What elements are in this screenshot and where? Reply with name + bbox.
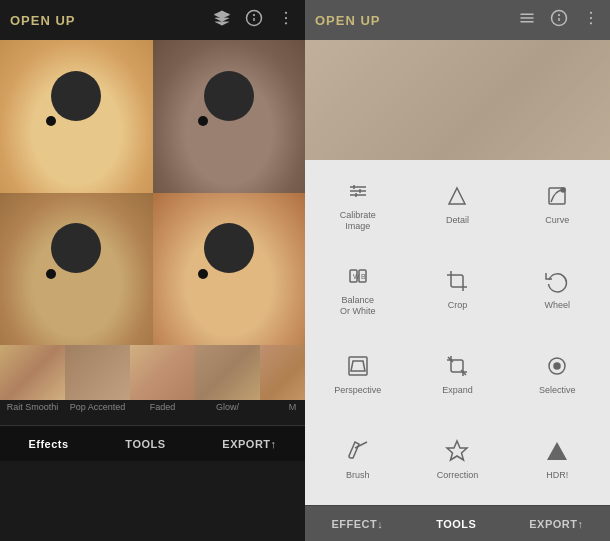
left-tab-export[interactable]: EXPORT↑ <box>214 434 284 454</box>
tool-perspective[interactable]: Perspective <box>309 334 407 417</box>
detail-icon <box>445 184 469 212</box>
right-app-title: OPEN UP <box>315 13 381 28</box>
svg-marker-24 <box>449 188 465 204</box>
svg-marker-36 <box>547 442 567 460</box>
funko-bottom-right <box>153 193 306 346</box>
thumbnail-label: Rait Smoothi <box>0 400 65 415</box>
thumbnail-item[interactable]: Glow/ <box>195 345 260 425</box>
tool-white-balance[interactable]: W B BalanceOr White <box>309 249 407 332</box>
svg-rect-2 <box>215 21 229 23</box>
brush-icon <box>346 439 370 467</box>
tool-wheel[interactable]: Wheel <box>508 249 606 332</box>
svg-point-26 <box>561 188 565 192</box>
detail-label: Detail <box>446 215 469 226</box>
right-tab-export[interactable]: EXPORT↑ <box>521 514 591 534</box>
thumbnail-label: Faded <box>130 400 195 415</box>
left-more-icon[interactable] <box>277 9 295 31</box>
calibrate-icon <box>346 179 370 207</box>
left-layers-icon[interactable] <box>213 9 231 31</box>
right-layers-icon[interactable] <box>518 9 536 31</box>
wheel-icon <box>545 269 569 297</box>
svg-point-8 <box>285 22 287 24</box>
hdr-icon <box>545 439 569 467</box>
expand-label: Expand <box>442 385 473 396</box>
svg-rect-11 <box>520 21 534 23</box>
svg-rect-9 <box>520 14 534 16</box>
thumbnail-item[interactable]: M <box>260 345 305 425</box>
tool-crop[interactable]: Crop <box>409 249 507 332</box>
tool-detail[interactable]: Detail <box>409 164 507 247</box>
white-balance-icon: W B <box>346 264 370 292</box>
thumbnail-label: M <box>260 400 305 415</box>
svg-point-17 <box>590 22 592 24</box>
hdr-label: HDR! <box>546 470 568 481</box>
wheel-label: Wheel <box>544 300 570 311</box>
svg-point-16 <box>590 17 592 19</box>
svg-rect-0 <box>215 14 229 16</box>
right-more-icon[interactable] <box>582 9 600 31</box>
svg-point-35 <box>554 363 560 369</box>
svg-point-6 <box>285 12 287 14</box>
thumbnail-label: Pop Accented <box>65 400 130 415</box>
left-bottom-bar: Effects TOOLS EXPORT↑ <box>0 425 305 461</box>
tool-hdr[interactable]: HDR! <box>508 418 606 501</box>
left-header-icons <box>213 9 295 31</box>
calibrate-label: CalibrateImage <box>340 210 376 232</box>
right-header: OPEN UP <box>305 0 610 40</box>
tool-brush[interactable]: Brush <box>309 418 407 501</box>
svg-point-7 <box>285 17 287 19</box>
right-tab-tools[interactable]: TOOLS <box>428 514 484 534</box>
selective-label: Selective <box>539 385 576 396</box>
crop-label: Crop <box>448 300 468 311</box>
right-info-icon[interactable] <box>550 9 568 31</box>
thumbnail-item[interactable]: Faded <box>130 345 195 425</box>
brush-label: Brush <box>346 470 370 481</box>
right-preview-image <box>305 40 610 160</box>
curve-label: Curve <box>545 215 569 226</box>
left-tab-tools[interactable]: TOOLS <box>117 434 173 454</box>
funko-top-right <box>153 40 306 193</box>
left-app-title: OPEN UP <box>10 13 76 28</box>
expand-icon <box>445 354 469 382</box>
selective-icon <box>545 354 569 382</box>
curve-icon <box>545 184 569 212</box>
tool-calibrate[interactable]: CalibrateImage <box>309 164 407 247</box>
svg-rect-10 <box>520 17 534 19</box>
right-tab-effects[interactable]: EFFECT↓ <box>323 514 391 534</box>
thumbnail-strip: Rait Smoothi Pop Accented Faded Glow/ M <box>0 345 305 425</box>
thumbnail-item[interactable]: Pop Accented <box>65 345 130 425</box>
tool-selective[interactable]: Selective <box>508 334 606 417</box>
perspective-icon <box>346 354 370 382</box>
left-panel: OPEN UP <box>0 0 305 541</box>
tool-expand[interactable]: Expand <box>409 334 507 417</box>
thumbnail-item[interactable]: Rait Smoothi <box>0 345 65 425</box>
tool-curve[interactable]: Curve <box>508 164 606 247</box>
correction-label: Correction <box>437 470 479 481</box>
thumbnail-label: Glow/ <box>195 400 260 415</box>
perspective-label: Perspective <box>334 385 381 396</box>
svg-text:B: B <box>361 273 366 280</box>
main-image <box>0 40 305 345</box>
correction-icon <box>445 439 469 467</box>
svg-rect-1 <box>215 17 229 19</box>
tools-grid: CalibrateImage Detail Curve <box>305 160 610 505</box>
right-header-icons <box>518 9 600 31</box>
funko-bottom-left <box>0 193 153 346</box>
svg-point-15 <box>590 12 592 14</box>
left-info-icon[interactable] <box>245 9 263 31</box>
tool-correction[interactable]: Correction <box>409 418 507 501</box>
funko-top-left <box>0 40 153 193</box>
crop-icon <box>445 269 469 297</box>
left-header: OPEN UP <box>0 0 305 40</box>
right-panel: OPEN UP <box>305 0 610 541</box>
svg-text:W: W <box>353 273 360 280</box>
right-bottom-bar: EFFECT↓ TOOLS EXPORT↑ <box>305 505 610 541</box>
white-balance-label: BalanceOr White <box>340 295 376 317</box>
left-tab-effects[interactable]: Effects <box>20 434 76 454</box>
